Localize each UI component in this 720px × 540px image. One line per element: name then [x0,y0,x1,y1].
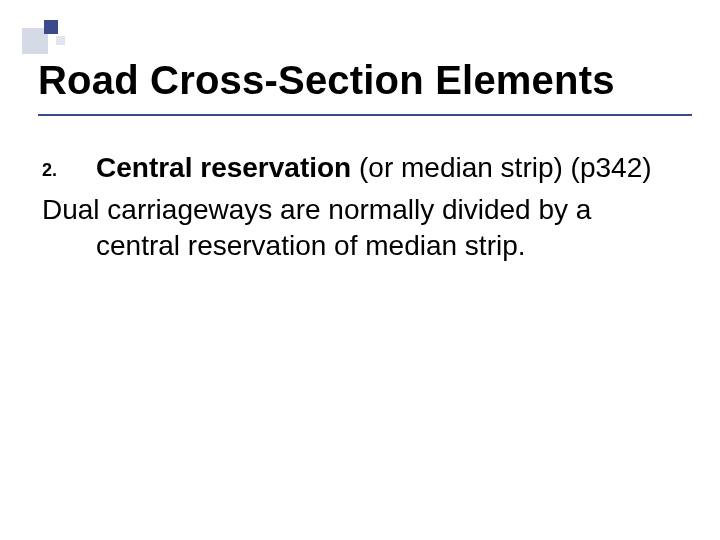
square-icon [56,36,65,45]
slide-title: Road Cross-Section Elements [38,58,682,102]
paragraph-line: central reservation of median strip. [42,228,680,264]
slide-body: 2. Central reservation (or median strip)… [42,150,680,263]
term-qualifier: (or median strip) (p342) [351,152,651,183]
slide: Road Cross-Section Elements 2. Central r… [0,0,720,540]
list-text: Central reservation (or median strip) (p… [96,150,680,186]
paragraph: Dual carriageways are normally divided b… [42,192,680,264]
square-icon [44,20,58,34]
list-item: 2. Central reservation (or median strip)… [42,150,680,186]
paragraph-line: Dual carriageways are normally divided b… [42,192,680,228]
list-number: 2. [42,150,96,182]
term: Central reservation [96,152,351,183]
title-underline [38,114,692,116]
